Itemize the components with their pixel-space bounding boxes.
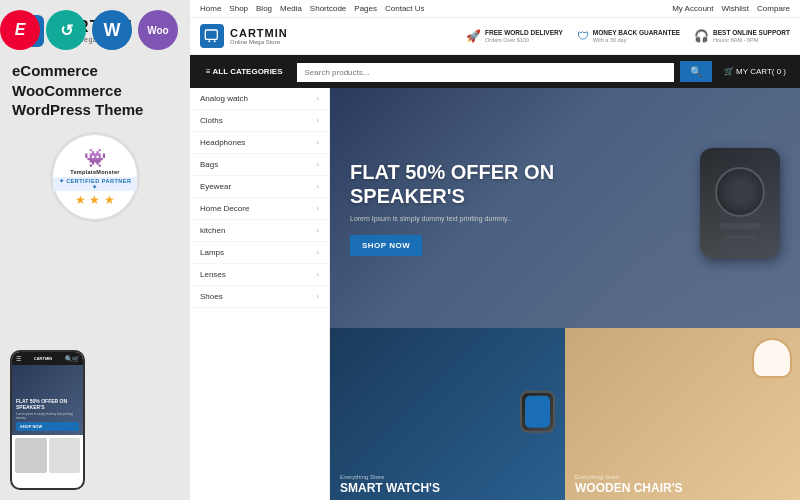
watch-body	[520, 390, 555, 432]
cat-label: kitchen	[200, 226, 225, 235]
top-nav: Home Shop Blog Media Shortcode Pages Con…	[190, 0, 800, 18]
nav-blog[interactable]: Blog	[256, 4, 272, 13]
phone-shop-now-button[interactable]: SHOP NOW	[16, 422, 79, 431]
tech-icons-row: E ↺ W Woo	[0, 10, 178, 50]
hero-text-block: FLAT 50% OFFER ON SPEAKER'S Lorem Ipsum …	[350, 160, 570, 256]
cat-arrow-icon: ›	[316, 138, 319, 147]
nav-wishlist[interactable]: Wishlist	[722, 4, 750, 13]
store-features: 🚀 FREE WORLD DELIVERY Orders Over $100 🛡…	[466, 29, 790, 43]
cat-label: Shoes	[200, 292, 223, 301]
hero-shop-now-button[interactable]: SHOP NOW	[350, 235, 422, 256]
cat-label: Lamps	[200, 248, 224, 257]
cat-eyewear[interactable]: Eyewear ›	[190, 176, 329, 198]
delivery-sub: Orders Over $100	[485, 37, 563, 44]
bottom-products: Everything Store SMART WATCH'S Everythin…	[330, 328, 800, 500]
cat-label: Eyewear	[200, 182, 231, 191]
delivery-title: FREE WORLD DELIVERY	[485, 29, 563, 37]
phone-mockup: ☰ CARTMIN 🔍🛒 FLAT 50% OFFER ON SPEAKER'S…	[10, 350, 85, 490]
content-layout: Analog watch › Cloths › Headphones › Bag…	[190, 88, 800, 500]
cat-label: Cloths	[200, 116, 223, 125]
phone-lorem: Lorem ipsum is simply dummy text printin…	[16, 412, 79, 420]
watch-face	[525, 395, 550, 427]
store-header: CARTMIN Online Mega Store 🚀 FREE WORLD D…	[190, 18, 800, 55]
sync-icon: ↺	[46, 10, 86, 50]
guarantee-icon: 🛡	[577, 29, 589, 43]
phone-products	[12, 435, 83, 476]
speaker-shape	[700, 148, 780, 258]
sidebar-categories: Analog watch › Cloths › Headphones › Bag…	[190, 88, 330, 500]
phone-product-2	[49, 438, 81, 473]
cat-arrow-icon: ›	[316, 226, 319, 235]
cat-arrow-icon: ›	[316, 204, 319, 213]
nav-shortcode[interactable]: Shortcode	[310, 4, 346, 13]
nav-home[interactable]: Home	[200, 4, 221, 13]
categories-button[interactable]: ≡ ALL CATEGORIES	[198, 62, 291, 81]
hero-banner: FLAT 50% OFFER ON SPEAKER'S Lorem Ipsum …	[330, 88, 800, 328]
cat-arrow-icon: ›	[316, 182, 319, 191]
cat-kitchen[interactable]: kitchen ›	[190, 220, 329, 242]
store-brand: CARTMIN Online Mega Store	[200, 24, 288, 48]
nav-pages[interactable]: Pages	[354, 4, 377, 13]
main-content: Home Shop Blog Media Shortcode Pages Con…	[190, 0, 800, 500]
nav-media[interactable]: Media	[280, 4, 302, 13]
top-nav-right: My Account Wishlist Compare	[672, 4, 790, 13]
cat-analog-watch[interactable]: Analog watch ›	[190, 88, 329, 110]
cat-headphones[interactable]: Headphones ›	[190, 132, 329, 154]
delivery-icon: 🚀	[466, 29, 481, 43]
certified-partner-text: ✦ CERTIFIED PARTNER ✦	[53, 177, 137, 191]
cat-cloths[interactable]: Cloths ›	[190, 110, 329, 132]
cat-shoes[interactable]: Shoes ›	[190, 286, 329, 308]
search-button[interactable]: 🔍	[680, 61, 712, 82]
partner-stars: ★ ★ ★	[53, 193, 137, 207]
nav-shop[interactable]: Shop	[229, 4, 248, 13]
cat-label: Home Decore	[200, 204, 249, 213]
cat-lamps[interactable]: Lamps ›	[190, 242, 329, 264]
support-icon: 🎧	[694, 29, 709, 43]
cart-area[interactable]: 🛒 MY CART( 0 )	[718, 67, 792, 76]
top-nav-left: Home Shop Blog Media Shortcode Pages Con…	[200, 4, 425, 13]
cat-lenses[interactable]: Lenses ›	[190, 264, 329, 286]
speaker-bar-2	[725, 235, 755, 239]
svg-point-4	[208, 40, 210, 42]
watch-title: SMART WATCH'S	[340, 482, 555, 495]
search-bar-area: ≡ ALL CATEGORIES 🔍 🛒 MY CART( 0 )	[190, 55, 800, 88]
elementor-icon: E	[0, 10, 40, 50]
product-card-watch: Everything Store SMART WATCH'S	[330, 328, 565, 500]
cat-label: Headphones	[200, 138, 245, 147]
cat-arrow-icon: ›	[316, 248, 319, 257]
hero-area: FLAT 50% OFFER ON SPEAKER'S Lorem Ipsum …	[330, 88, 800, 500]
header-desc: eCommerce WooCommerce WordPress Theme	[12, 61, 178, 120]
support-sub: Hours: 8AM - 6PM	[713, 37, 790, 44]
watch-store-label: Everything Store	[340, 474, 555, 480]
phone-hamburger-icon: ☰	[16, 355, 21, 362]
nav-my-account[interactable]: My Account	[672, 4, 713, 13]
watch-decoration	[520, 390, 555, 432]
cat-arrow-icon: ›	[316, 116, 319, 125]
search-input[interactable]	[297, 63, 674, 82]
cat-home-decore[interactable]: Home Decore ›	[190, 198, 329, 220]
chair-title: WOODEN CHAIR'S	[575, 482, 790, 495]
nav-contact[interactable]: Contact Us	[385, 4, 425, 13]
search-input-wrap	[297, 61, 674, 82]
cart-label: 🛒 MY CART( 0 )	[724, 67, 786, 76]
store-brand-sub: Online Mega Store	[230, 39, 288, 45]
feature-delivery: 🚀 FREE WORLD DELIVERY Orders Over $100	[466, 29, 563, 43]
cat-arrow-icon: ›	[316, 270, 319, 279]
support-title: BEST ONLINE SUPPORT	[713, 29, 790, 37]
cat-bags[interactable]: Bags ›	[190, 154, 329, 176]
phone-hero: FLAT 50% OFFER ON SPEAKER'S Lorem ipsum …	[12, 365, 83, 435]
product-card-chair: Everything Store WOODEN CHAIR'S	[565, 328, 800, 500]
cat-arrow-icon: ›	[316, 94, 319, 103]
speaker-bar	[720, 223, 760, 229]
cat-arrow-icon: ›	[316, 292, 319, 301]
categories-label: ≡ ALL CATEGORIES	[206, 67, 283, 76]
nav-compare[interactable]: Compare	[757, 4, 790, 13]
feature-guarantee: 🛡 MONEY BACK GUARANTEE With a 30 day	[577, 29, 680, 43]
feature-support: 🎧 BEST ONLINE SUPPORT Hours: 8AM - 6PM	[694, 29, 790, 43]
guarantee-sub: With a 30 day	[593, 37, 680, 44]
cat-label: Lenses	[200, 270, 226, 279]
template-monster-text: TemplateMonster	[53, 169, 137, 175]
svg-point-5	[214, 40, 216, 42]
phone-hero-text: FLAT 50% OFFER ON SPEAKER'S	[16, 398, 79, 410]
phone-header: ☰ CARTMIN 🔍🛒	[12, 352, 83, 365]
